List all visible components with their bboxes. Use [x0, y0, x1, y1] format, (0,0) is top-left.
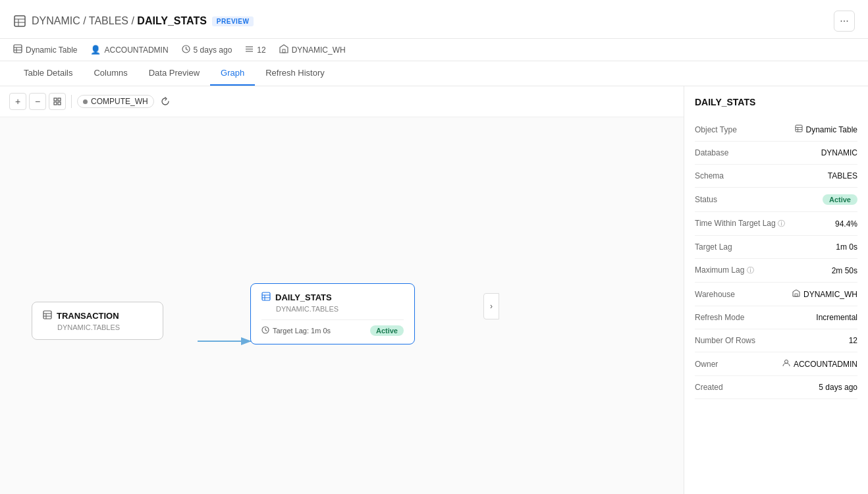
- meta-account-label: ACCOUNTADMIN: [104, 45, 168, 55]
- prop-max-lag: Maximum Lag ⓘ 2m 50s: [695, 259, 857, 283]
- prop-num-rows-label: Number Of Rows: [695, 336, 755, 345]
- prop-object-type-label: Object Type: [695, 125, 737, 134]
- svg-rect-26: [262, 292, 270, 300]
- transaction-name: TRANSACTION: [57, 311, 119, 321]
- meta-time: 5 days ago: [182, 45, 232, 55]
- meta-rows: 12: [245, 45, 265, 55]
- preview-badge: PREVIEW: [212, 16, 254, 26]
- prop-target-lag-label: Target Lag: [695, 242, 732, 252]
- svg-rect-38: [795, 294, 798, 296]
- prop-database: Database DYNAMIC: [695, 142, 857, 165]
- svg-rect-0: [14, 16, 25, 26]
- zoom-in-button[interactable]: +: [9, 93, 26, 110]
- user-icon: 👤: [90, 45, 101, 55]
- info-icon-max-lag[interactable]: ⓘ: [747, 266, 754, 274]
- prop-object-type: Object Type Dynamic Table: [695, 118, 857, 142]
- table-icon: [13, 14, 26, 28]
- toolbar-divider: [71, 95, 72, 108]
- compute-label: COMPUTE_WH: [91, 97, 148, 106]
- prop-refresh-mode-label: Refresh Mode: [695, 313, 744, 322]
- clock-icon: [182, 45, 190, 55]
- svg-rect-33: [796, 125, 802, 132]
- svg-rect-19: [58, 102, 61, 105]
- daily-stats-name: DAILY_STATS: [275, 292, 332, 302]
- prop-max-lag-value: 2m 50s: [832, 266, 857, 275]
- breadcrumb: DYNAMIC / TABLES / DAILY_STATS: [32, 15, 207, 27]
- more-button[interactable]: ···: [834, 11, 855, 32]
- svg-rect-22: [43, 311, 51, 319]
- dynamic-table-icon: [13, 44, 22, 55]
- node-status-active: Active: [370, 325, 404, 336]
- transaction-node-header: TRANSACTION: [43, 310, 152, 321]
- prop-refresh-mode-value: Incremental: [816, 313, 857, 322]
- prop-owner: Owner ACCOUNTADMIN: [695, 352, 857, 376]
- graph-canvas: TRANSACTION DYNAMIC.TABLES DAILY_STATS D…: [0, 117, 684, 494]
- prop-num-rows: Number Of Rows 12: [695, 329, 857, 352]
- panel-title: DAILY_STATS: [695, 97, 857, 107]
- right-edge-button[interactable]: ›: [483, 293, 499, 319]
- page-header: DYNAMIC / TABLES / DAILY_STATS PREVIEW ·…: [0, 0, 868, 39]
- meta-account: 👤 ACCOUNTADMIN: [90, 45, 168, 55]
- prop-target-lag: Target Lag 1m 0s: [695, 236, 857, 259]
- dynamic-table-node-icon: [261, 292, 271, 303]
- meta-row: Dynamic Table 👤 ACCOUNTADMIN 5 days ago …: [0, 39, 868, 61]
- transaction-node[interactable]: TRANSACTION DYNAMIC.TABLES: [32, 302, 163, 340]
- header-left: DYNAMIC / TABLES / DAILY_STATS PREVIEW: [13, 14, 254, 28]
- svg-rect-16: [54, 98, 57, 101]
- tab-bar: Table Details Columns Data Preview Graph…: [0, 61, 868, 86]
- rows-icon: [245, 45, 254, 55]
- prop-status-label: Status: [695, 195, 717, 204]
- transaction-sub: DYNAMIC.TABLES: [43, 323, 152, 331]
- meta-object-type-label: Dynamic Table: [26, 45, 77, 55]
- prop-num-rows-value: 12: [849, 336, 857, 345]
- tab-data-preview[interactable]: Data Preview: [138, 61, 210, 86]
- graph-toolbar: + − COMPUTE_WH: [0, 86, 684, 117]
- warehouse-icon-meta: [279, 44, 288, 55]
- meta-rows-label: 12: [257, 45, 265, 55]
- meta-warehouse: DYNAMIC_WH: [279, 44, 346, 55]
- prop-target-lag-pct-value: 94.4%: [835, 219, 857, 229]
- prop-warehouse-value: DYNAMIC_WH: [792, 289, 857, 299]
- dot-icon: [83, 99, 88, 104]
- svg-rect-15: [283, 49, 285, 53]
- meta-time-label: 5 days ago: [194, 45, 232, 55]
- tab-table-details[interactable]: Table Details: [13, 61, 83, 86]
- prop-target-lag-pct-label: Time Within Target Lag ⓘ: [695, 219, 785, 229]
- daily-stats-node[interactable]: DAILY_STATS DYNAMIC.TABLES Target Lag: 1…: [250, 283, 415, 344]
- daily-stats-footer: Target Lag: 1m 0s Active: [261, 319, 404, 336]
- tab-columns[interactable]: Columns: [83, 61, 138, 86]
- svg-point-39: [784, 360, 788, 364]
- prop-database-label: Database: [695, 148, 728, 157]
- prop-max-lag-label: Maximum Lag ⓘ: [695, 265, 754, 275]
- main-content: + − COMPUTE_WH: [0, 86, 868, 494]
- svg-line-32: [265, 330, 267, 331]
- graph-area: + − COMPUTE_WH: [0, 86, 684, 494]
- dt-icon: [795, 124, 803, 134]
- prop-schema-label: Schema: [695, 171, 724, 180]
- target-lag-text: Target Lag: 1m 0s: [273, 327, 331, 335]
- daily-stats-node-header: DAILY_STATS: [261, 292, 404, 303]
- info-icon-lag-pct[interactable]: ⓘ: [778, 219, 785, 227]
- status-badge: Active: [823, 194, 857, 205]
- svg-rect-17: [58, 98, 61, 101]
- prop-schema-value: TABLES: [828, 171, 857, 180]
- fit-button[interactable]: [49, 93, 66, 110]
- svg-marker-37: [793, 290, 800, 296]
- meta-object-type: Dynamic Table: [13, 44, 77, 55]
- zoom-out-button[interactable]: −: [29, 93, 46, 110]
- refresh-button[interactable]: [157, 93, 174, 110]
- svg-rect-18: [54, 102, 57, 105]
- svg-marker-14: [280, 45, 288, 53]
- tab-refresh-history[interactable]: Refresh History: [255, 61, 335, 86]
- prop-object-type-value: Dynamic Table: [795, 124, 857, 134]
- prop-target-lag-pct: Time Within Target Lag ⓘ 94.4%: [695, 212, 857, 236]
- prop-status: Status Active: [695, 188, 857, 212]
- prop-database-value: DYNAMIC: [821, 148, 857, 157]
- warehouse-icon-panel: [792, 289, 800, 299]
- daily-stats-sub: DYNAMIC.TABLES: [261, 305, 404, 313]
- compute-tag: COMPUTE_WH: [77, 95, 154, 108]
- meta-warehouse-label: DYNAMIC_WH: [292, 45, 346, 55]
- table-node-icon: [43, 310, 52, 321]
- tab-graph[interactable]: Graph: [210, 61, 255, 86]
- prop-status-value: Active: [823, 194, 857, 205]
